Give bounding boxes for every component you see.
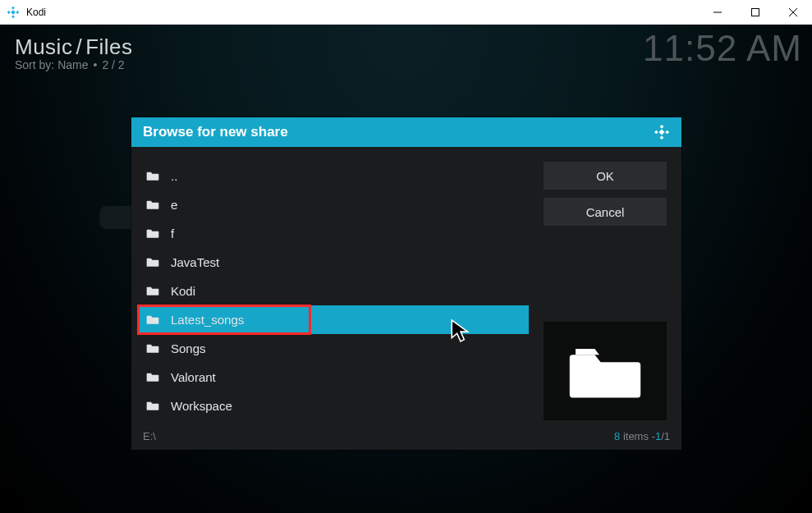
sort-order-label[interactable]: Sort by: Name bbox=[15, 58, 88, 71]
clock: 11:52 AM bbox=[643, 28, 802, 69]
list-item-label: Workspace bbox=[171, 399, 232, 413]
dialog-footer: E:\ 8 items - 1/1 bbox=[131, 427, 681, 450]
svg-rect-1 bbox=[7, 11, 11, 14]
svg-rect-12 bbox=[654, 131, 658, 135]
folder-icon bbox=[146, 227, 159, 240]
svg-rect-14 bbox=[660, 135, 664, 140]
folder-icon bbox=[146, 314, 159, 327]
kodi-app-icon bbox=[7, 6, 20, 19]
page-indicator: 2 / 2 bbox=[102, 58, 124, 71]
list-item[interactable]: Valorant bbox=[138, 363, 529, 392]
list-item[interactable]: JavaTest bbox=[138, 248, 529, 277]
svg-rect-11 bbox=[660, 125, 664, 129]
breadcrumb-separator: / bbox=[72, 34, 85, 59]
cancel-button[interactable]: Cancel bbox=[544, 198, 667, 226]
window-maximize-button[interactable] bbox=[736, 0, 774, 25]
list-item[interactable]: e bbox=[138, 190, 529, 219]
list-item-label: JavaTest bbox=[171, 255, 219, 269]
folder-icon bbox=[146, 400, 159, 413]
svg-rect-6 bbox=[752, 8, 759, 16]
svg-rect-0 bbox=[11, 6, 15, 9]
breadcrumb-part-files: Files bbox=[85, 34, 132, 59]
folder-icon bbox=[146, 199, 159, 212]
folder-icon bbox=[146, 170, 159, 183]
breadcrumb: Music/Files Sort by: Name•2 / 2 bbox=[15, 34, 133, 71]
list-item-label: Songs bbox=[171, 341, 206, 355]
list-item-label: f bbox=[171, 227, 174, 240]
list-item[interactable]: f bbox=[138, 219, 529, 248]
ok-button[interactable]: OK bbox=[544, 162, 667, 190]
list-item[interactable]: Songs bbox=[138, 334, 529, 363]
window-title: Kodi bbox=[26, 7, 46, 18]
svg-rect-3 bbox=[11, 15, 15, 18]
window-minimize-button[interactable] bbox=[699, 0, 736, 25]
svg-rect-4 bbox=[11, 10, 16, 15]
folder-icon bbox=[146, 371, 159, 384]
svg-rect-15 bbox=[658, 129, 664, 135]
folder-icon bbox=[146, 256, 159, 269]
current-path: E:\ bbox=[143, 430, 156, 442]
dialog-title: Browse for new share bbox=[143, 124, 288, 140]
svg-rect-2 bbox=[16, 11, 19, 14]
page-total: 1 bbox=[664, 430, 670, 442]
window-titlebar: Kodi bbox=[0, 0, 812, 25]
list-item[interactable]: Kodi bbox=[138, 277, 529, 305]
folder-icon bbox=[146, 285, 159, 298]
svg-rect-13 bbox=[665, 131, 669, 135]
window-close-button[interactable] bbox=[774, 0, 812, 25]
list-item-label: Valorant bbox=[171, 370, 216, 384]
folder-thumbnail bbox=[544, 322, 667, 420]
folder-icon bbox=[146, 342, 159, 355]
list-item[interactable]: Latest_songs bbox=[138, 305, 529, 334]
kodi-app-body: Music/Files Sort by: Name•2 / 2 11:52 AM… bbox=[0, 25, 812, 513]
list-item-label: e bbox=[171, 198, 177, 212]
dialog-header: Browse for new share bbox=[131, 117, 681, 147]
list-item-label: Kodi bbox=[171, 284, 195, 298]
list-item-label: .. bbox=[171, 169, 177, 183]
breadcrumb-part-music: Music bbox=[15, 34, 72, 59]
list-item[interactable]: .. bbox=[138, 162, 529, 190]
list-item[interactable]: Workspace bbox=[138, 392, 529, 420]
list-item-label: Latest_songs bbox=[171, 313, 244, 327]
kodi-logo-icon bbox=[654, 124, 670, 140]
browse-share-dialog: Browse for new share ..efJavaTestKodiLat… bbox=[131, 117, 681, 450]
file-list[interactable]: ..efJavaTestKodiLatest_songsSongsValoran… bbox=[138, 162, 529, 420]
